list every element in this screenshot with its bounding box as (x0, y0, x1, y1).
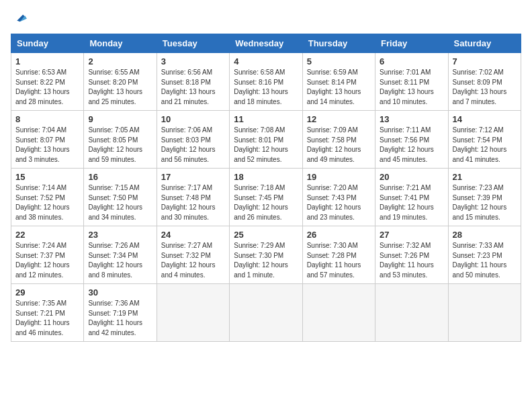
day-detail: Sunrise: 7:24 AM Sunset: 7:37 PM Dayligh… (15, 241, 79, 280)
calendar-week-4: 22Sunrise: 7:24 AM Sunset: 7:37 PM Dayli… (11, 226, 521, 284)
calendar-cell: 3Sunrise: 6:56 AM Sunset: 8:18 PM Daylig… (157, 53, 229, 111)
day-number: 29 (15, 287, 79, 298)
calendar-week-5: 29Sunrise: 7:35 AM Sunset: 7:21 PM Dayli… (11, 284, 521, 342)
day-number: 1 (15, 56, 79, 66)
calendar-cell (375, 284, 448, 342)
day-number: 13 (380, 114, 443, 124)
calendar-cell: 19Sunrise: 7:20 AM Sunset: 7:43 PM Dayli… (302, 169, 375, 226)
calendar-cell: 24Sunrise: 7:27 AM Sunset: 7:32 PM Dayli… (157, 226, 229, 284)
calendar-cell (448, 284, 521, 342)
calendar-week-1: 1Sunrise: 6:53 AM Sunset: 8:22 PM Daylig… (11, 53, 521, 111)
calendar-week-2: 8Sunrise: 7:04 AM Sunset: 8:07 PM Daylig… (11, 111, 521, 169)
day-detail: Sunrise: 7:14 AM Sunset: 7:52 PM Dayligh… (15, 183, 79, 222)
calendar-cell: 16Sunrise: 7:15 AM Sunset: 7:50 PM Dayli… (84, 169, 157, 226)
day-detail: Sunrise: 7:36 AM Sunset: 7:19 PM Dayligh… (88, 299, 152, 338)
weekday-header-tuesday: Tuesday (157, 34, 229, 53)
day-number: 25 (234, 230, 298, 240)
calendar-cell: 21Sunrise: 7:23 AM Sunset: 7:39 PM Dayli… (448, 169, 521, 226)
calendar-cell: 5Sunrise: 6:59 AM Sunset: 8:14 PM Daylig… (302, 53, 375, 111)
day-number: 8 (15, 114, 79, 124)
day-detail: Sunrise: 7:15 AM Sunset: 7:50 PM Dayligh… (88, 183, 152, 222)
calendar-cell: 11Sunrise: 7:08 AM Sunset: 8:01 PM Dayli… (230, 111, 302, 169)
calendar-cell: 20Sunrise: 7:21 AM Sunset: 7:41 PM Dayli… (375, 169, 448, 226)
calendar-cell: 10Sunrise: 7:06 AM Sunset: 8:03 PM Dayli… (157, 111, 229, 169)
day-detail: Sunrise: 7:21 AM Sunset: 7:41 PM Dayligh… (380, 183, 443, 222)
weekday-header-monday: Monday (84, 34, 157, 53)
calendar-cell: 25Sunrise: 7:29 AM Sunset: 7:30 PM Dayli… (230, 226, 302, 284)
calendar-cell: 9Sunrise: 7:05 AM Sunset: 8:05 PM Daylig… (84, 111, 157, 169)
weekday-header-friday: Friday (375, 34, 448, 53)
day-detail: Sunrise: 6:58 AM Sunset: 8:16 PM Dayligh… (234, 68, 298, 107)
calendar-table: SundayMondayTuesdayWednesdayThursdayFrid… (11, 34, 521, 342)
calendar-cell: 1Sunrise: 6:53 AM Sunset: 8:22 PM Daylig… (11, 53, 84, 111)
day-number: 14 (453, 114, 517, 124)
calendar-cell: 29Sunrise: 7:35 AM Sunset: 7:21 PM Dayli… (11, 284, 84, 342)
day-number: 6 (380, 56, 443, 66)
day-detail: Sunrise: 7:11 AM Sunset: 7:56 PM Dayligh… (380, 126, 443, 165)
calendar-cell: 23Sunrise: 7:26 AM Sunset: 7:34 PM Dayli… (84, 226, 157, 284)
day-detail: Sunrise: 7:35 AM Sunset: 7:21 PM Dayligh… (15, 299, 79, 338)
day-detail: Sunrise: 7:06 AM Sunset: 8:03 PM Dayligh… (161, 126, 225, 165)
calendar-week-3: 15Sunrise: 7:14 AM Sunset: 7:52 PM Dayli… (11, 169, 521, 226)
calendar-cell: 27Sunrise: 7:32 AM Sunset: 7:26 PM Dayli… (375, 226, 448, 284)
day-detail: Sunrise: 6:53 AM Sunset: 8:22 PM Dayligh… (15, 68, 79, 107)
day-detail: Sunrise: 7:18 AM Sunset: 7:45 PM Dayligh… (234, 183, 298, 222)
calendar-cell: 12Sunrise: 7:09 AM Sunset: 7:58 PM Dayli… (302, 111, 375, 169)
calendar-cell: 22Sunrise: 7:24 AM Sunset: 7:37 PM Dayli… (11, 226, 84, 284)
day-number: 5 (307, 56, 371, 66)
calendar-cell: 2Sunrise: 6:55 AM Sunset: 8:20 PM Daylig… (84, 53, 157, 111)
weekday-header-saturday: Saturday (448, 34, 521, 53)
calendar-cell: 18Sunrise: 7:18 AM Sunset: 7:45 PM Dayli… (230, 169, 302, 226)
day-number: 28 (453, 230, 517, 240)
day-number: 23 (88, 230, 152, 240)
day-detail: Sunrise: 7:27 AM Sunset: 7:32 PM Dayligh… (161, 241, 225, 280)
day-detail: Sunrise: 6:56 AM Sunset: 8:18 PM Dayligh… (161, 68, 225, 107)
day-number: 20 (380, 172, 443, 182)
day-detail: Sunrise: 7:29 AM Sunset: 7:30 PM Dayligh… (234, 241, 298, 280)
day-number: 16 (88, 172, 152, 182)
day-number: 24 (161, 230, 225, 240)
calendar-cell: 26Sunrise: 7:30 AM Sunset: 7:28 PM Dayli… (302, 226, 375, 284)
weekday-header-row: SundayMondayTuesdayWednesdayThursdayFrid… (11, 34, 521, 53)
weekday-header-sunday: Sunday (11, 34, 84, 53)
calendar-cell: 4Sunrise: 6:58 AM Sunset: 8:16 PM Daylig… (230, 53, 302, 111)
calendar-cell: 15Sunrise: 7:14 AM Sunset: 7:52 PM Dayli… (11, 169, 84, 226)
day-number: 26 (307, 230, 371, 240)
day-number: 17 (161, 172, 225, 182)
day-detail: Sunrise: 7:05 AM Sunset: 8:05 PM Dayligh… (88, 126, 152, 165)
day-detail: Sunrise: 7:09 AM Sunset: 7:58 PM Dayligh… (307, 126, 371, 165)
day-detail: Sunrise: 7:33 AM Sunset: 7:23 PM Dayligh… (453, 241, 517, 280)
day-number: 2 (88, 56, 152, 66)
day-detail: Sunrise: 7:02 AM Sunset: 8:09 PM Dayligh… (453, 68, 517, 107)
day-number: 15 (15, 172, 79, 182)
calendar-cell: 6Sunrise: 7:01 AM Sunset: 8:11 PM Daylig… (375, 53, 448, 111)
weekday-header-wednesday: Wednesday (230, 34, 302, 53)
day-number: 22 (15, 230, 79, 240)
day-number: 27 (380, 230, 443, 240)
day-detail: Sunrise: 7:23 AM Sunset: 7:39 PM Dayligh… (453, 183, 517, 222)
day-detail: Sunrise: 7:30 AM Sunset: 7:28 PM Dayligh… (307, 241, 371, 280)
calendar-cell (230, 284, 302, 342)
day-number: 3 (161, 56, 225, 66)
calendar-cell: 28Sunrise: 7:33 AM Sunset: 7:23 PM Dayli… (448, 226, 521, 284)
calendar-cell: 17Sunrise: 7:17 AM Sunset: 7:48 PM Dayli… (157, 169, 229, 226)
calendar-cell: 13Sunrise: 7:11 AM Sunset: 7:56 PM Dayli… (375, 111, 448, 169)
day-detail: Sunrise: 6:59 AM Sunset: 8:14 PM Dayligh… (307, 68, 371, 107)
day-detail: Sunrise: 7:17 AM Sunset: 7:48 PM Dayligh… (161, 183, 225, 222)
day-number: 21 (453, 172, 517, 182)
calendar-cell (302, 284, 375, 342)
day-detail: Sunrise: 7:32 AM Sunset: 7:26 PM Dayligh… (380, 241, 443, 280)
day-detail: Sunrise: 7:01 AM Sunset: 8:11 PM Dayligh… (380, 68, 443, 107)
day-number: 10 (161, 114, 225, 124)
day-number: 19 (307, 172, 371, 182)
day-number: 7 (453, 56, 517, 66)
calendar-cell: 30Sunrise: 7:36 AM Sunset: 7:19 PM Dayli… (84, 284, 157, 342)
day-number: 9 (88, 114, 152, 124)
day-number: 11 (234, 114, 298, 124)
calendar-cell: 7Sunrise: 7:02 AM Sunset: 8:09 PM Daylig… (448, 53, 521, 111)
day-number: 30 (88, 287, 152, 298)
calendar-cell: 14Sunrise: 7:12 AM Sunset: 7:54 PM Dayli… (448, 111, 521, 169)
day-detail: Sunrise: 7:08 AM Sunset: 8:01 PM Dayligh… (234, 126, 298, 165)
day-number: 18 (234, 172, 298, 182)
calendar-cell: 8Sunrise: 7:04 AM Sunset: 8:07 PM Daylig… (11, 111, 84, 169)
